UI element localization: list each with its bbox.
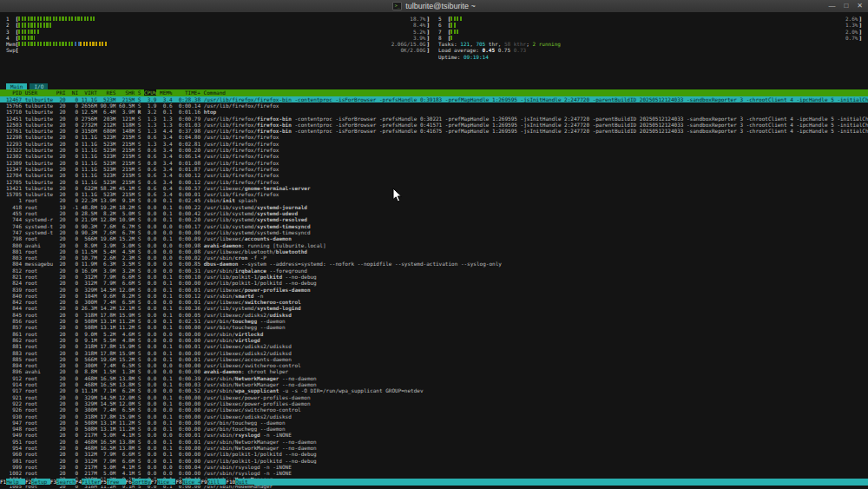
title-group: >_ tulburite@tsiburite ~ — [392, 0, 475, 12]
process-row[interactable]: 15710 tulburite 20 0 12.5M 6.4M 3.9M R 3… — [0, 109, 868, 115]
meter-value: 8.4% — [413, 22, 425, 28]
fkey-label: SortBy — [132, 479, 151, 485]
process-row[interactable]: 930 root 20 0 318M 17.8M 15.9M S 0.0 0.1… — [0, 413, 868, 420]
col-time: 0:00.79 — [173, 116, 201, 122]
process-row[interactable]: 960 root 20 0 312M 7.9M 6.6M S 0.0 0.1 0… — [0, 451, 868, 457]
process-row[interactable]: 747 systemd-t 20 0 90.3M 7.6M 6.7M S 0.0… — [0, 229, 868, 235]
process-row[interactable]: 12293 tulburite 20 0 11.1G 523M 215M S 1… — [0, 141, 868, 147]
process-row[interactable]: 845 root 20 0 318M 17.8M 15.9M S 0.0 0.1… — [0, 312, 868, 318]
process-row[interactable]: 12451 tulburite 20 0 2756M 203M 121M S 1… — [0, 116, 868, 122]
process-row[interactable]: 801 root 20 0 11.5M 5.4M 4.5M S 0.0 0.0 … — [0, 248, 868, 254]
fkey-f7[interactable]: F7Nice - — [151, 479, 176, 486]
process-row[interactable]: 896 avahi 20 0 8.8M 1.5M 1.3M S 0.0 0.0 … — [0, 368, 868, 374]
process-row[interactable]: 821 root 20 0 312M 7.9M 6.6M S 0.0 0.1 0… — [0, 274, 868, 280]
close-button[interactable]: ✕ — [857, 0, 863, 12]
process-row[interactable]: 13421 tulburite 20 0 622M 58.2M 45.1M S … — [0, 185, 868, 191]
process-row[interactable]: 12309 tulburite 20 0 11.1G 523M 215M S 0… — [0, 160, 868, 166]
process-row[interactable]: 12761 tulburite 20 0 3150M 680M 148M S 1… — [0, 128, 868, 134]
process-row[interactable]: 949 root 20 0 217M 5.0M 4.1M S 0.0 0.0 0… — [0, 432, 868, 438]
process-row[interactable]: 746 systemd-t 20 0 90.3M 7.6M 6.7M S 0.0… — [0, 223, 868, 229]
minimize-button[interactable]: — — [828, 0, 835, 12]
process-row[interactable]: 15766 tulburite 20 0 2656M 90.9M 60.5M S… — [0, 102, 868, 109]
fkey-f5[interactable]: F5Tree — [101, 479, 126, 486]
fkey-f3[interactable]: F3Search — [50, 479, 76, 486]
process-row[interactable]: 951 root 20 0 468M 16.5M 13.8M S 0.0 0.1… — [0, 439, 868, 445]
process-row[interactable]: 917 root 20 0 11.1M 7.1M 6.2M S 0.0 0.0 … — [0, 387, 868, 393]
process-row[interactable]: 926 root 20 0 300M 7.4M 6.5M S 0.0 0.0 0… — [0, 406, 868, 413]
process-row[interactable]: 803 root 20 0 10.7M 2.6M 2.3M S 0.0 0.0 … — [0, 254, 868, 261]
process-row[interactable]: 1002 root 20 0 217M 5.0M 4.1M S 0.0 0.0 … — [0, 470, 868, 476]
process-row[interactable]: 857 root 20 0 508M 13.1M 11.2M S 0.0 0.1… — [0, 324, 868, 330]
col-cpu: 0.0 — [141, 318, 156, 324]
fkey-f9[interactable]: F9Kill — [201, 479, 226, 486]
process-row[interactable]: 12705 tulburite 20 0 11.1G 523M 215M S 0… — [0, 179, 868, 185]
col-user: root — [25, 318, 54, 324]
fkey-f2[interactable]: F2Setup — [25, 479, 50, 486]
process-row[interactable]: 883 root 20 0 318M 17.8M 15.9M S 0.0 0.1… — [0, 350, 868, 356]
command-segment: --no-debug — [282, 274, 317, 280]
process-row[interactable]: 824 root 20 0 312M 7.9M 6.6M S 0.0 0.1 0… — [0, 280, 868, 286]
process-row[interactable]: 947 root 20 0 508M 13.1M 11.2M S 0.0 0.1… — [0, 420, 868, 426]
fkey-label: Nice - — [157, 479, 176, 485]
command-segment: /usr/bin/touchegg --daemon — [204, 426, 286, 432]
process-row[interactable]: 455 root 20 0 28.5M 8.2M 5.0M S 0.0 0.1 … — [0, 210, 868, 216]
maximize-button[interactable]: □ — [844, 0, 848, 12]
header-sort-column-cpu[interactable]: CPU% — [144, 89, 156, 96]
process-row[interactable]: 800 avahi 20 0 8.9M 3.9M 3.0M S 0.0 0.0 … — [0, 242, 868, 248]
process-row[interactable]: 922 root 20 0 329M 14.5M 12.0M S 0.0 0.1… — [0, 400, 868, 406]
process-row[interactable]: 12467 tulburite 20 0 11.1G 523M 215M S 3… — [0, 96, 868, 102]
process-row[interactable]: 840 root 20 0 104M 9.6M 8.2M S 0.0 0.1 0… — [0, 293, 868, 299]
process-row[interactable]: 862 root 20 0 9.1M 5.5M 4.8M S 0.0 0.0 0… — [0, 337, 868, 343]
process-row[interactable]: 999 root 20 0 217M 5.0M 4.1M S 0.0 0.0 0… — [0, 464, 868, 470]
col-virt: 9.1M — [82, 337, 97, 343]
col-command: /usr/libexec/gnome-terminal-server — [201, 185, 310, 191]
process-row[interactable]: 914 root 20 0 468M 16.5M 13.8M S 0.0 0.1… — [0, 381, 868, 387]
process-row[interactable]: 812 root 20 0 16.9M 3.9M 3.2M S 0.0 0.0 … — [0, 268, 868, 274]
process-row[interactable]: 12704 tulburite 20 0 11.1G 523M 215M S 0… — [0, 172, 868, 178]
process-row[interactable]: 921 root 20 0 329M 14.5M 12.0M S 0.0 0.1… — [0, 394, 868, 400]
col-priority: 20 0 — [53, 274, 82, 280]
fkey-f1[interactable]: F1Help — [0, 479, 25, 486]
col-res: 12.8M — [100, 216, 115, 222]
col-shr: 1.3M — [119, 368, 135, 374]
tab-main[interactable]: Main — [6, 83, 27, 89]
process-row[interactable]: 842 root 20 0 300M 7.4M 6.5M S 0.0 0.0 0… — [0, 299, 868, 305]
process-row[interactable]: 798 root 20 0 566M 19.6M 15.2M S 0.0 0.1… — [0, 235, 868, 241]
process-row[interactable]: 981 root 20 0 312M 7.9M 6.6M S 0.0 0.1 0… — [0, 458, 868, 464]
fkey-f6[interactable]: F6SortBy — [126, 479, 151, 486]
fkey-f8[interactable]: F8Nice + — [175, 479, 201, 486]
process-row[interactable]: 804 messagebu 20 0 11.9M 6.3M 3.5M S 0.0… — [0, 261, 868, 267]
process-row[interactable]: 861 root 20 0 9.0M 5.2M 4.6M S 0.0 0.0 0… — [0, 331, 868, 337]
process-row[interactable]: 844 root 20 0 26.3M 14.2M 12.1M S 0.0 0.… — [0, 305, 868, 311]
process-row[interactable]: 839 root 20 0 329M 14.5M 12.0M S 0.0 0.1… — [0, 287, 868, 293]
process-row[interactable]: 12302 tulburite 20 0 11.1G 523M 215M S 0… — [0, 153, 868, 159]
col-time: 0:00.00 — [173, 413, 201, 420]
col-command: /usr/sbin/irqbalance --foreground — [201, 268, 307, 274]
process-row[interactable]: 954 root 20 0 468M 16.5M 13.8M S 0.0 0.1… — [0, 445, 868, 451]
process-row[interactable]: 856 root 20 0 508M 13.1M 11.2M S 0.0 0.1… — [0, 318, 868, 324]
process-row[interactable]: 885 root 20 0 566M 19.6M 15.2M S 0.0 0.1… — [0, 356, 868, 362]
process-row[interactable]: 744 systemd-r 20 0 21.9M 12.8M 10.9M S 0… — [0, 216, 868, 222]
col-cpu: 3.9 — [141, 96, 156, 102]
col-user: root — [25, 210, 54, 216]
process-row[interactable]: 948 root 20 0 508M 13.1M 11.2M S 0.0 0.1… — [0, 426, 868, 432]
command-segment: NetworkManager — [235, 375, 279, 381]
process-row[interactable]: 15705 tulburite 20 0 11.1G 523M 215M S 0… — [0, 191, 868, 197]
meters-column-left: 1 [18.7%]2 [8.4%]3 [5.2%]4 [3.9%]Mem[2.0… — [6, 16, 430, 60]
process-row[interactable]: 418 root 19 -1 48.8M 19.2M 18.2M S 0.0 0… — [0, 204, 868, 210]
process-table-header[interactable]: PID USER PRI NI VIRT RES SHR S CPU% MEM%… — [0, 89, 868, 96]
tab-io[interactable]: I/O — [30, 83, 48, 89]
process-row[interactable]: 12503 tulburite 20 0 2732M 212M 118M S 1… — [0, 122, 868, 128]
process-row[interactable]: 12347 tulburite 20 0 11.1G 523M 215M S 0… — [0, 166, 868, 172]
fkey-f10[interactable]: F10Quit — [226, 479, 254, 486]
process-row[interactable]: 12298 tulburite 20 0 11.1G 523M 215M S 0… — [0, 134, 868, 140]
process-row[interactable]: 881 root 20 0 318M 17.8M 15.9M S 0.0 0.1… — [0, 343, 868, 349]
process-row[interactable]: 1 root 20 0 22.3M 13.9M 9.1M S 0.0 0.1 0… — [0, 197, 868, 203]
process-row[interactable]: 912 root 20 0 468M 16.5M 13.8M S 0.0 0.1… — [0, 375, 868, 381]
process-row[interactable]: 894 root 20 0 300M 7.4M 6.5M S 0.0 0.0 0… — [0, 362, 868, 368]
fkey-f4[interactable]: F4Filter — [76, 479, 101, 486]
col-pid: 948 — [6, 426, 22, 432]
titlebar[interactable]: >_ tulburite@tsiburite ~ — □ ✕ — [0, 0, 868, 13]
process-row[interactable]: 12322 tulburite 20 0 11.1G 523M 215M S 0… — [0, 147, 868, 153]
col-virt: 508M — [82, 318, 97, 324]
